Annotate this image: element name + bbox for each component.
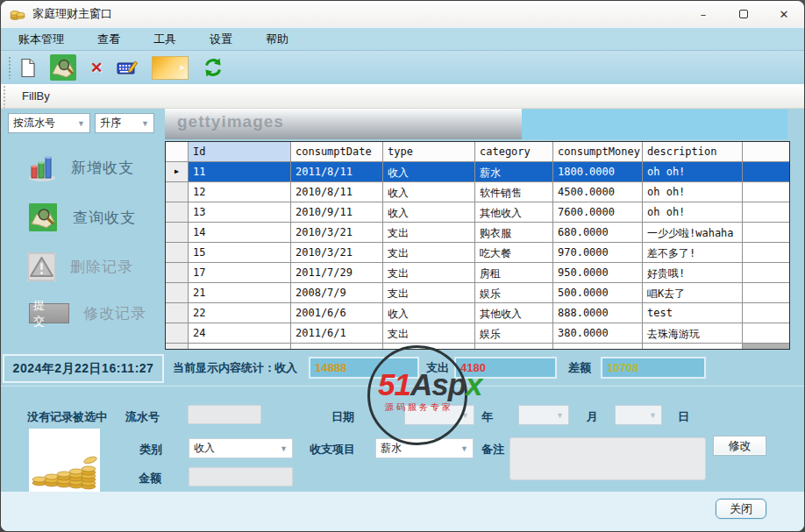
table-cell[interactable]: 一少少啦!wahaha: [643, 223, 743, 243]
close-button[interactable]: 关闭: [716, 499, 766, 519]
table-cell[interactable]: 2010/8/11: [291, 182, 383, 202]
table-cell[interactable]: 680.0000: [553, 223, 643, 243]
table-row[interactable]: 152010/3/21支出吃大餐970.0000差不多了!: [166, 243, 789, 263]
table-cell[interactable]: 2010/3/21: [291, 223, 383, 243]
table-cell[interactable]: oh oh!: [643, 202, 743, 223]
row-selector[interactable]: [166, 283, 189, 303]
serial-input[interactable]: [188, 405, 261, 424]
title-bar[interactable]: 家庭理财主窗口 – ✕: [1, 1, 804, 27]
table-cell[interactable]: 17: [189, 263, 291, 283]
table-row[interactable]: 222001/6/6收入其他收入888.0000test: [166, 303, 789, 323]
table-cell[interactable]: 24: [189, 323, 291, 344]
new-record-button[interactable]: [18, 58, 36, 78]
table-cell[interactable]: oh oh!: [643, 162, 743, 182]
table-cell[interactable]: 收入: [383, 182, 475, 202]
records-table[interactable]: IdconsumptDatetypecategoryconsumptMoneyd…: [165, 141, 790, 350]
table-cell[interactable]: 收入: [383, 162, 475, 182]
table-cell[interactable]: 其他收入: [475, 202, 553, 223]
amount-input[interactable]: [189, 467, 293, 486]
table-cell[interactable]: 2001/6/6: [291, 303, 383, 323]
table-cell[interactable]: 房租: [475, 263, 553, 283]
submit-chip-button[interactable]: 提 交: [29, 303, 69, 323]
row-selector[interactable]: ▶: [166, 162, 189, 182]
table-cell[interactable]: test: [643, 303, 743, 323]
table-cell[interactable]: 4500.0000: [553, 182, 643, 202]
table-cell[interactable]: 其他收入: [475, 303, 553, 323]
table-cell[interactable]: 支出: [383, 263, 475, 283]
table-cell[interactable]: 500.0000: [553, 283, 643, 303]
table-cell[interactable]: 唱K去了: [643, 283, 743, 303]
month-select[interactable]: ▼: [518, 405, 569, 425]
table-cell[interactable]: 12: [189, 182, 291, 202]
category-select[interactable]: 收入 ▼: [189, 438, 293, 458]
column-header[interactable]: consumptDate: [291, 142, 383, 162]
search-button[interactable]: [50, 54, 76, 81]
menu-tools[interactable]: 工具: [148, 30, 182, 49]
sidebar-item-add[interactable]: 新增收支: [27, 153, 134, 182]
refresh-button[interactable]: [203, 57, 224, 78]
table-cell[interactable]: 15: [189, 243, 291, 263]
item-select[interactable]: 薪水 ▼: [375, 438, 474, 458]
table-cell[interactable]: 支出: [383, 223, 475, 243]
table-cell[interactable]: 购衣服: [475, 223, 553, 243]
delete-button[interactable]: ✕: [90, 59, 103, 77]
column-header[interactable]: consumptMoney: [553, 142, 643, 162]
column-header[interactable]: Id: [189, 142, 291, 162]
sidebar-item-delete[interactable]: 删除记录: [27, 252, 133, 281]
toolbar-grip[interactable]: [8, 56, 11, 79]
column-header[interactable]: description: [643, 142, 743, 162]
menu-help[interactable]: 帮助: [260, 30, 294, 49]
table-cell[interactable]: 22: [189, 303, 291, 323]
year-select[interactable]: ▼: [404, 405, 474, 425]
menu-settings[interactable]: 设置: [204, 30, 238, 49]
table-cell[interactable]: 970.0000: [553, 243, 643, 263]
maximize-button[interactable]: [723, 1, 764, 27]
table-cell[interactable]: 888.0000: [553, 303, 643, 323]
table-row[interactable]: 212008/7/9支出娱乐500.0000唱K去了: [166, 283, 789, 303]
table-cell[interactable]: 2011/7/29: [291, 263, 383, 283]
close-window-button[interactable]: ✕: [764, 1, 804, 27]
day-select[interactable]: ▼: [615, 405, 662, 425]
table-cell[interactable]: 收入: [383, 303, 475, 323]
table-cell[interactable]: 1800.0000: [553, 162, 643, 182]
column-header[interactable]: category: [475, 142, 553, 162]
row-selector[interactable]: [166, 182, 189, 202]
menu-view[interactable]: 查看: [92, 30, 125, 49]
table-cell[interactable]: 2010/3/21: [291, 243, 383, 263]
table-row[interactable]: 122010/8/11收入软件销售4500.0000oh oh!: [166, 182, 789, 202]
table-cell[interactable]: 收入: [383, 202, 475, 223]
sort-field-select[interactable]: 按流水号 ▼: [8, 113, 90, 133]
minimize-button[interactable]: –: [683, 1, 723, 27]
row-selector[interactable]: [166, 263, 189, 283]
balance-total-field[interactable]: 10708: [601, 357, 706, 379]
sidebar-item-query[interactable]: 查询收支: [27, 203, 136, 231]
table-row[interactable]: 242011/6/1支出娱乐380.0000去珠海游玩: [166, 323, 789, 344]
table-cell[interactable]: 11: [189, 162, 291, 182]
row-selector[interactable]: [166, 243, 189, 263]
sidebar-item-modify[interactable]: 提 交 修改记录: [29, 303, 146, 323]
table-cell[interactable]: 软件销售: [475, 182, 553, 202]
table-cell[interactable]: 21: [189, 283, 291, 303]
table-cell[interactable]: 支出: [383, 283, 475, 303]
modify-button[interactable]: 修改: [714, 436, 766, 455]
table-cell[interactable]: 2011/6/1: [291, 323, 383, 344]
table-row[interactable]: 132010/9/11收入其他收入7600.0000oh oh!: [166, 202, 789, 223]
table-cell[interactable]: 支出: [383, 243, 475, 263]
edit-amount-button[interactable]: [117, 59, 138, 76]
table-cell[interactable]: 2010/9/11: [291, 202, 383, 223]
expense-total-field[interactable]: 4180: [454, 357, 557, 379]
sort-order-select[interactable]: 升序 ▼: [95, 113, 154, 133]
row-selector[interactable]: [166, 303, 189, 323]
table-cell[interactable]: 2008/7/9: [291, 283, 383, 303]
table-row[interactable]: 142010/3/21支出购衣服680.0000一少少啦!wahaha: [166, 223, 789, 243]
table-row[interactable]: 172011/7/29支出房租950.0000好贵哦!: [166, 263, 789, 283]
table-cell[interactable]: oh oh!: [643, 182, 743, 202]
column-header[interactable]: type: [383, 142, 475, 162]
table-cell[interactable]: 13: [189, 202, 291, 223]
fillby-grip[interactable]: [3, 85, 6, 108]
row-selector[interactable]: [166, 223, 189, 243]
table-cell[interactable]: 2011/8/11: [291, 162, 383, 182]
table-cell[interactable]: 支出: [383, 323, 475, 344]
table-cell[interactable]: 娱乐: [475, 323, 553, 344]
table-cell[interactable]: 14: [189, 223, 291, 243]
